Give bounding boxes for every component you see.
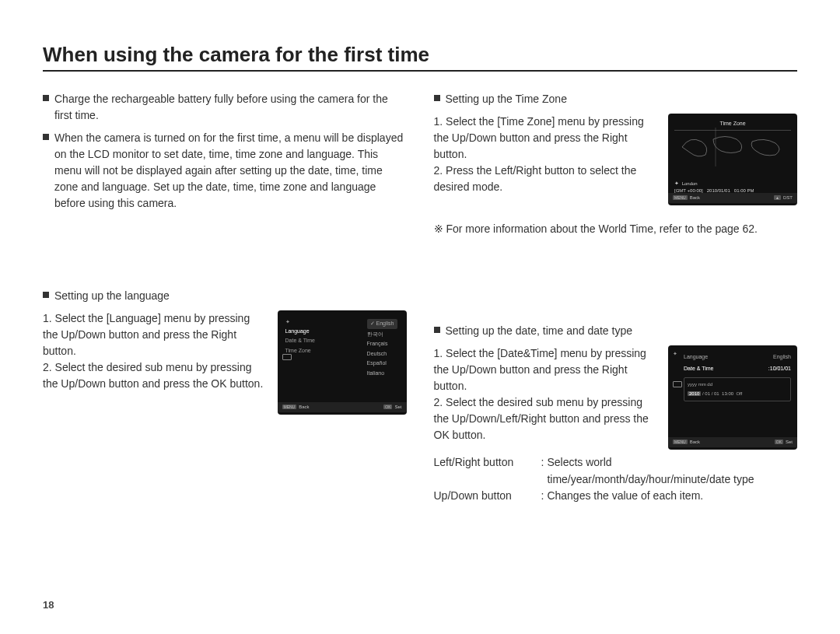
timezone-screenshot: Time Zone ✦ London [GMT +00:00] 2010/01/…	[668, 114, 797, 205]
timezone-steps: 1. Select the [Time Zone] menu by pressi…	[434, 114, 660, 195]
bullet-text: When the camera is turned on for the fir…	[54, 130, 407, 212]
language-option: Español	[364, 359, 401, 369]
star-icon: ✦	[285, 319, 290, 324]
heading-text: Setting up the Time Zone	[446, 91, 567, 107]
manual-page: When using the camera for the first time…	[0, 0, 840, 634]
datetime-section-row: 1. Select the [Date&Time] menu by pressi…	[434, 345, 798, 450]
note-row: Up/Down button : Changes the value of ea…	[434, 488, 798, 505]
menu-button-icon: MENU	[282, 405, 297, 409]
footer-label: Back	[690, 440, 700, 444]
language-steps: 1. Select the [Language] menu by pressin…	[43, 310, 268, 392]
bullet-text: Charge the rechargeable battery fully be…	[54, 91, 407, 124]
dt-highlight: 2010	[688, 391, 701, 396]
screen-footer: MENUBack ▲DST	[668, 193, 797, 203]
page-title: When using the camera for the first time	[43, 43, 797, 67]
section-heading: Setting up the language	[43, 288, 407, 304]
button-notes: Left/Right button : Selects world time/y…	[434, 454, 798, 505]
bullet-item: When the camera is turned on for the fir…	[43, 130, 407, 212]
language-option: Italiano	[364, 369, 401, 379]
dt-format-box: yyyy mm dd 2010 / 01 / 01 13:00 Off	[684, 377, 791, 401]
dt-label: Date & Time	[684, 365, 714, 373]
star-icon: ✦	[674, 180, 679, 186]
step-text: 1. Select the [Date&Time] menu by pressi…	[434, 345, 660, 394]
dt-value: English	[773, 353, 791, 362]
footer-label: Back	[299, 405, 309, 409]
footer-label: Back	[690, 195, 700, 200]
menu-item: Language	[285, 327, 316, 337]
note-label: Left/Right button	[434, 454, 541, 488]
language-option: 한국어	[364, 330, 401, 340]
datetime-screenshot: ✦ Language English Date & Time :10/01/01…	[668, 345, 797, 450]
ok-button-icon: OK	[775, 440, 783, 444]
footer-label: DST	[783, 195, 793, 200]
battery-icon	[673, 381, 682, 387]
datetime-steps: 1. Select the [Date&Time] menu by pressi…	[434, 345, 660, 443]
star-icon: ✦	[673, 350, 677, 359]
square-bullet-icon	[43, 292, 49, 298]
square-bullet-icon	[43, 134, 49, 140]
screen-footer: MENUBack OKSet	[668, 437, 797, 447]
note-text: Changes the value of each item.	[547, 488, 703, 505]
left-column: Charge the rechargeable battery fully be…	[43, 91, 407, 505]
step-text: 2. Press the Left/Right button to select…	[434, 163, 660, 195]
heading-text: Setting up the language	[54, 288, 170, 304]
title-underline	[43, 70, 797, 72]
step-text: 1. Select the [Language] menu by pressin…	[43, 310, 268, 359]
language-menu-left: ✦ Language Date & Time Time Zone	[285, 318, 316, 356]
dst-button-icon: ▲	[774, 195, 781, 200]
heading-text: Setting up the date, time and date type	[446, 323, 633, 339]
timezone-section-row: 1. Select the [Time Zone] menu by pressi…	[434, 114, 798, 205]
note-row: Left/Right button : Selects world time/y…	[434, 454, 798, 488]
section-heading: Setting up the Time Zone	[434, 91, 798, 107]
step-text: 1. Select the [Time Zone] menu by pressi…	[434, 114, 660, 163]
menu-button-icon: MENU	[673, 440, 688, 444]
square-bullet-icon	[434, 327, 440, 333]
square-bullet-icon	[43, 95, 49, 101]
step-text: 2. Select the desired sub menu by pressi…	[43, 359, 268, 392]
language-options: ✓ English 한국어 Français Deutsch Español I…	[364, 318, 401, 378]
language-option-selected: ✓ English	[367, 319, 397, 329]
dt-format-label: yyyy mm dd	[688, 381, 787, 388]
tz-city: London	[682, 181, 698, 186]
dt-format-values: 2010 / 01 / 01 13:00 Off	[688, 391, 787, 398]
dt-row: Language English	[684, 352, 791, 363]
page-number: 18	[43, 599, 54, 611]
note-text: Selects world time/year/month/day/hour/m…	[547, 454, 797, 488]
dt-label: Language	[684, 353, 708, 362]
battery-icon	[282, 354, 292, 360]
section-heading: Setting up the date, time and date type	[434, 323, 798, 339]
language-screenshot: ✦ Language Date & Time Time Zone ✓ Engli…	[278, 310, 407, 415]
language-option: Deutsch	[364, 349, 401, 359]
language-section-row: 1. Select the [Language] menu by pressin…	[43, 310, 407, 415]
note-label: Up/Down button	[434, 488, 541, 505]
world-map-icon	[674, 128, 791, 166]
dt-row-active: Date & Time :10/01/01	[684, 363, 791, 375]
bullet-item: Charge the rechargeable battery fully be…	[43, 91, 407, 124]
square-bullet-icon	[434, 95, 440, 101]
language-option: Français	[364, 339, 401, 349]
menu-button-icon: MENU	[673, 195, 688, 200]
timezone-note: ※ For more information about the World T…	[434, 221, 798, 237]
menu-item: Date & Time	[285, 336, 316, 346]
ok-button-icon: OK	[383, 405, 392, 409]
footer-label: Set	[786, 440, 793, 444]
dt-value: :10/01/01	[768, 365, 791, 373]
screen-footer: MENUBack OKSet	[278, 402, 407, 412]
right-column: Setting up the Time Zone 1. Select the […	[434, 91, 798, 505]
step-text: 2. Select the desired sub menu by pressi…	[434, 394, 660, 443]
two-column-layout: Charge the rechargeable battery fully be…	[43, 91, 797, 505]
footer-label: Set	[394, 405, 401, 409]
